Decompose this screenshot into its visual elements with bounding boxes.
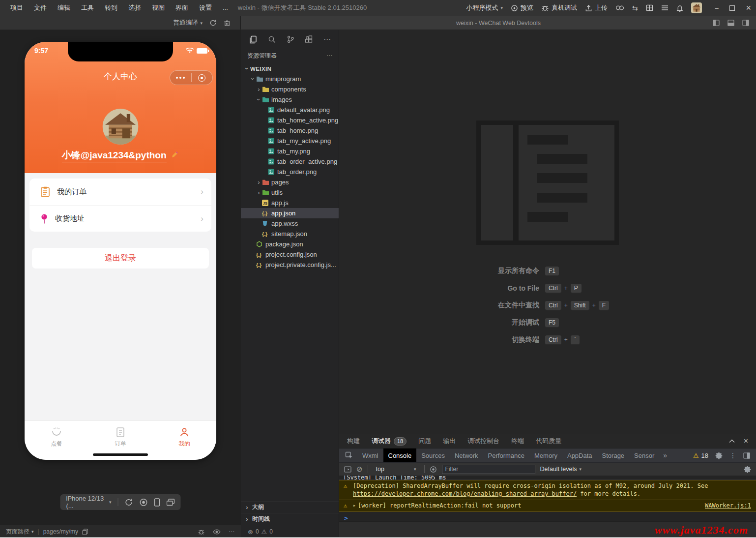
close-button[interactable]: × bbox=[746, 3, 751, 13]
tree-item-miniprogram[interactable]: ›miniprogram bbox=[241, 74, 339, 84]
expand-arrow-icon[interactable]: ▸ bbox=[353, 502, 356, 509]
menu-编辑[interactable]: 编辑 bbox=[52, 0, 76, 16]
menu-项目[interactable]: 项目 bbox=[5, 0, 29, 16]
switch-branch-icon[interactable]: ⇆ bbox=[632, 4, 638, 12]
explorer-more-icon[interactable]: ⋯ bbox=[326, 52, 332, 59]
devtools-tab-performance[interactable]: Performance bbox=[483, 448, 529, 462]
link-icon[interactable] bbox=[615, 5, 624, 11]
tree-item-sitemap.json[interactable]: {..}sitemap.json bbox=[241, 229, 339, 239]
devtools-tab-console[interactable]: Console bbox=[383, 448, 417, 462]
console-sidebar-icon[interactable] bbox=[344, 466, 351, 473]
settings-gear-icon[interactable] bbox=[715, 452, 723, 459]
dock-left-icon[interactable] bbox=[713, 20, 720, 26]
tree-item-project.private.config.js...[interactable]: {..}project.private.config.js... bbox=[241, 260, 339, 270]
panel-tab-调试器[interactable]: 调试器18 bbox=[372, 437, 407, 446]
panel-tab-构建[interactable]: 构建 bbox=[347, 437, 360, 446]
notification-bell-icon[interactable] bbox=[676, 4, 683, 12]
collapse-panel-icon[interactable] bbox=[729, 439, 735, 443]
kebab-menu-icon[interactable]: ⋮ bbox=[729, 451, 736, 459]
more-menu-button[interactable] bbox=[170, 71, 191, 85]
remote-debug-button[interactable]: 真机调试 bbox=[541, 3, 577, 12]
tree-item-app.json[interactable]: {..}app.json bbox=[241, 208, 339, 218]
search-icon[interactable] bbox=[268, 35, 276, 43]
panel-tab-问题[interactable]: 问题 bbox=[418, 437, 431, 446]
console-settings-gear-icon[interactable] bbox=[744, 466, 751, 473]
panel-tab-调试控制台[interactable]: 调试控制台 bbox=[467, 437, 499, 446]
copy-path-icon[interactable] bbox=[82, 529, 88, 535]
more-views-icon[interactable]: ⋯ bbox=[323, 35, 331, 44]
menu-...[interactable]: ... bbox=[217, 0, 233, 16]
maximize-button[interactable] bbox=[729, 5, 735, 11]
menu-icon[interactable] bbox=[661, 5, 669, 11]
tab-我的[interactable]: 我的 bbox=[152, 421, 216, 460]
tree-item-default_avatar.png[interactable]: default_avatar.png bbox=[241, 105, 339, 115]
menu-界面[interactable]: 界面 bbox=[170, 0, 194, 16]
devtools-tab-memory[interactable]: Memory bbox=[529, 448, 562, 462]
my-orders-item[interactable]: 我的订单 › bbox=[29, 179, 211, 205]
devtools-tab-network[interactable]: Network bbox=[450, 448, 483, 462]
devtools-tab-wxml[interactable]: Wxml bbox=[357, 448, 383, 462]
live-expression-eye-icon[interactable] bbox=[430, 466, 437, 473]
refresh-button[interactable] bbox=[125, 498, 133, 507]
timeline-section[interactable]: › 时间线 bbox=[241, 513, 339, 525]
tree-item-components[interactable]: ›components bbox=[241, 84, 339, 94]
user-avatar[interactable] bbox=[103, 109, 139, 145]
source-control-icon[interactable] bbox=[287, 35, 294, 43]
menu-工具[interactable]: 工具 bbox=[76, 0, 99, 16]
problems-status[interactable]: ⊗ 0 ⚠ 0 bbox=[241, 525, 339, 538]
tree-item-pages[interactable]: ›pages bbox=[241, 177, 339, 187]
devtools-tab-appdata[interactable]: AppData bbox=[562, 448, 597, 462]
device-select[interactable]: iPhone 12/13 (...▾ bbox=[66, 495, 112, 509]
outline-section[interactable]: › 大纲 bbox=[241, 501, 339, 513]
dock-right-icon[interactable] bbox=[742, 20, 749, 26]
menu-转到[interactable]: 转到 bbox=[99, 0, 123, 16]
panel-tab-终端[interactable]: 终端 bbox=[511, 437, 524, 446]
device-frame-button[interactable] bbox=[154, 498, 160, 507]
more-tabs-icon[interactable]: » bbox=[659, 451, 671, 459]
tree-item-tab_home.png[interactable]: tab_home.png bbox=[241, 125, 339, 136]
username-row[interactable]: 小锋@java1234&python bbox=[25, 149, 216, 162]
menu-选择[interactable]: 选择 bbox=[123, 0, 146, 16]
menu-视图[interactable]: 视图 bbox=[146, 0, 170, 16]
tab-点餐[interactable]: 点餐 bbox=[25, 421, 88, 460]
mode-select[interactable]: 小程序模式▾ bbox=[466, 3, 503, 12]
source-link[interactable]: WAWorker.js:1 bbox=[705, 502, 751, 509]
recompile-icon[interactable] bbox=[209, 19, 217, 27]
tree-item-WEIXIN[interactable]: ›WEIXIN bbox=[241, 63, 339, 74]
multi-window-button[interactable] bbox=[167, 499, 175, 506]
tree-item-tab_my_active.png[interactable]: tab_my_active.png bbox=[241, 136, 339, 146]
tree-item-package.json[interactable]: package.json bbox=[241, 239, 339, 249]
tree-item-tab_my.png[interactable]: tab_my.png bbox=[241, 146, 339, 156]
tree-item-app.wxss[interactable]: app.wxss bbox=[241, 218, 339, 229]
upload-button[interactable]: 上传 bbox=[585, 3, 608, 12]
address-item[interactable]: 收货地址 › bbox=[29, 205, 211, 232]
close-panel-icon[interactable]: × bbox=[744, 437, 748, 446]
tree-item-images[interactable]: ›images bbox=[241, 94, 339, 105]
user-avatar[interactable] bbox=[691, 2, 702, 13]
files-icon[interactable] bbox=[249, 35, 257, 44]
close-capsule-button[interactable] bbox=[192, 71, 213, 85]
devtools-tab-sources[interactable]: Sources bbox=[416, 448, 450, 462]
home-indicator[interactable] bbox=[93, 453, 148, 456]
inspect-element-icon[interactable] bbox=[339, 451, 357, 459]
dock-bottom-icon[interactable] bbox=[727, 20, 734, 26]
page-path-select[interactable]: 页面路径▾ bbox=[6, 528, 34, 536]
console-prompt[interactable]: > bbox=[339, 512, 756, 521]
panel-tab-代码质量[interactable]: 代码质量 bbox=[536, 437, 561, 446]
panel-tab-输出[interactable]: 输出 bbox=[443, 437, 456, 446]
tree-item-tab_home_active.png[interactable]: tab_home_active.png bbox=[241, 115, 339, 125]
tree-item-tab_order.png[interactable]: tab_order.png bbox=[241, 167, 339, 177]
preview-button[interactable]: 预览 bbox=[511, 3, 533, 12]
debug-bug-icon[interactable] bbox=[198, 528, 205, 536]
tree-item-project.config.json[interactable]: {..}project.config.json bbox=[241, 249, 339, 260]
clear-cache-icon[interactable] bbox=[224, 19, 231, 27]
log-levels-select[interactable]: Default levels▾ bbox=[540, 466, 582, 473]
record-button[interactable] bbox=[140, 498, 148, 507]
warning-counter[interactable]: ⚠ 18 bbox=[693, 452, 708, 459]
tree-item-app.js[interactable]: JSapp.js bbox=[241, 198, 339, 208]
console-filter-input[interactable] bbox=[442, 465, 535, 474]
context-select[interactable]: top▾ bbox=[373, 466, 419, 473]
minimize-button[interactable]: − bbox=[715, 4, 719, 12]
tree-item-utils[interactable]: ›utils bbox=[241, 187, 339, 198]
dock-side-icon[interactable] bbox=[743, 452, 750, 459]
